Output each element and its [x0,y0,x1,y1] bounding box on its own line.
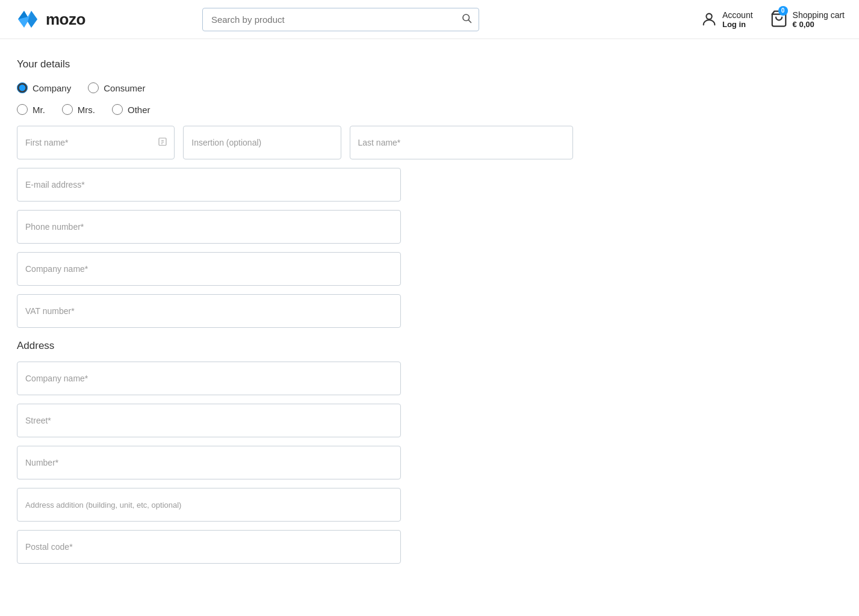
company-label: Company [33,83,71,93]
main-content: Your details Company Consumer Mr. Mrs. O… [0,39,590,591]
vat-number-input[interactable] [17,294,401,328]
mrs-radio-label[interactable]: Mrs. [62,104,95,115]
last-name-field: Last name* [350,126,574,159]
account-label: Account [722,10,753,20]
mr-radio[interactable] [17,104,28,115]
street-input[interactable] [17,404,401,437]
cart-badge: 0 [778,6,788,16]
postal-code-input[interactable] [17,530,401,564]
header: mozo Account Log in [0,0,859,39]
logo[interactable]: mozo [14,6,85,32]
your-details-title: Your details [17,58,573,70]
search-icon [461,13,472,23]
consumer-radio[interactable] [88,82,99,93]
first-name-field: First name* [17,126,175,159]
account-text: Account Log in [722,10,753,29]
salutation-group: Mr. Mrs. Other [17,104,573,115]
name-row: First name* Insertion (optional) Last na… [17,126,573,159]
customer-type-group: Company Consumer [17,82,573,93]
insertion-input[interactable] [183,126,341,159]
mrs-radio[interactable] [62,104,73,115]
search-button[interactable] [461,13,472,26]
svg-line-2 [468,20,471,22]
account-button[interactable]: Account Log in [701,10,753,29]
last-name-input[interactable] [350,126,574,159]
first-name-input[interactable] [17,126,175,159]
consumer-radio-label[interactable]: Consumer [88,82,145,93]
street-field: Street* [17,404,401,437]
insertion-field: Insertion (optional) [183,126,341,159]
address-section-title: Address [17,340,573,352]
search-bar [202,8,479,31]
other-radio[interactable] [112,104,123,115]
address-addition-input[interactable] [17,488,401,522]
mr-radio-label[interactable]: Mr. [17,104,45,115]
cart-button[interactable]: 0 Shopping cart € 0,00 [770,10,845,29]
phone-field: Phone number* [17,210,401,244]
search-input[interactable] [202,8,479,31]
cart-label: Shopping cart [793,10,845,20]
postal-code-field: Postal code* [17,530,401,564]
number-field: Number* [17,446,401,479]
phone-input[interactable] [17,210,401,244]
mr-label: Mr. [33,105,45,115]
svg-rect-5 [159,138,166,146]
address-company-name-input[interactable] [17,362,401,395]
header-right: Account Log in 0 Shopping cart € 0,00 [701,10,845,29]
email-field: E-mail address* [17,168,401,202]
company-radio-label[interactable]: Company [17,82,71,93]
svg-point-3 [706,14,712,19]
company-name-input[interactable] [17,252,401,286]
other-radio-label[interactable]: Other [112,104,150,115]
email-input[interactable] [17,168,401,202]
cart-text: Shopping cart € 0,00 [793,10,845,29]
consumer-label: Consumer [104,83,145,93]
mrs-label: Mrs. [78,105,95,115]
company-radio[interactable] [17,82,28,93]
company-name-field: Company name* [17,252,401,286]
number-input[interactable] [17,446,401,479]
person-icon [158,137,167,149]
address-company-name-field: Company name* [17,362,401,395]
address-addition-field: Address addition (building, unit, etc, o… [17,488,401,522]
account-login: Log in [722,20,753,29]
account-icon [701,11,718,28]
cart-price: € 0,00 [793,20,845,29]
vat-number-field: VAT number* [17,294,401,328]
logo-icon [14,6,41,32]
other-label: Other [128,105,150,115]
logo-text: mozo [46,10,85,29]
